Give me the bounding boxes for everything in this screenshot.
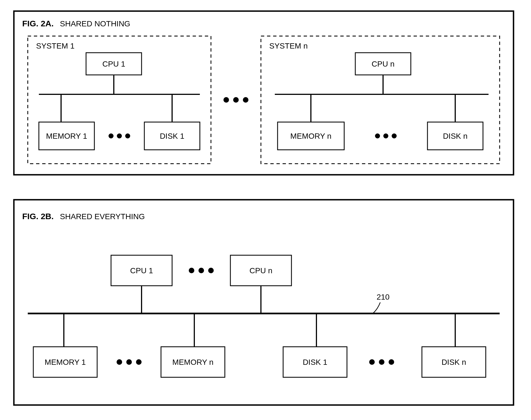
svg-point-0 [109,133,114,138]
system-n: SYSTEM n CPU n MEMORY n DISK n [261,36,500,164]
bus-ref-label: 210 [377,293,390,301]
system-1-disk-label: DISK 1 [160,132,185,140]
system-1-memory-label: MEMORY 1 [46,132,87,140]
system-n-label: SYSTEM n [269,42,308,50]
svg-point-3 [223,97,229,103]
fig-2a-ellipsis-icon [223,97,248,103]
svg-point-10 [198,268,204,273]
svg-point-6 [375,133,380,138]
svg-point-14 [136,359,142,365]
svg-point-2 [125,133,130,138]
fig-2b-caption: FIG. 2B. SHARED EVERYTHING [22,212,145,221]
system-n-cpu-label: CPU n [372,60,394,68]
disk-n-label: DISK n [442,358,466,366]
svg-point-8 [392,133,397,138]
diagram-root: FIG. 2A. SHARED NOTHING SYSTEM 1 CPU 1 M… [0,0,531,420]
svg-point-7 [383,133,388,138]
system-n-disk-label: DISK n [443,132,468,140]
cpu-ellipsis-icon [189,268,214,273]
system-1-cpu-label: CPU 1 [102,60,125,68]
svg-point-16 [379,359,384,365]
svg-point-12 [117,359,122,365]
system-1-ellipsis-icon [109,133,130,138]
disk-ellipsis-icon [369,359,394,365]
fig-2b-title: SHARED EVERYTHING [60,212,145,221]
fig-2b-id: FIG. 2B. [22,212,54,221]
memory-n-label: MEMORY n [172,358,213,366]
system-n-memory-label: MEMORY n [290,132,331,140]
svg-point-13 [126,359,132,365]
disk-1-label: DISK 1 [303,358,328,366]
svg-point-9 [189,268,194,273]
memory-ellipsis-icon [117,359,142,365]
fig-2a-id: FIG. 2A. [22,19,54,28]
system-1-label: SYSTEM 1 [36,42,74,50]
cpu-n-label: CPU n [250,266,272,275]
svg-point-15 [369,359,375,365]
svg-point-5 [243,97,248,103]
fig-2a: FIG. 2A. SHARED NOTHING SYSTEM 1 CPU 1 M… [14,11,514,175]
fig-2b: FIG. 2B. SHARED EVERYTHING CPU 1 CPU n 2… [14,200,514,405]
svg-point-1 [117,133,122,138]
fig-2a-caption: FIG. 2A. SHARED NOTHING [22,19,130,28]
svg-point-4 [233,97,239,103]
system-1: SYSTEM 1 CPU 1 MEMORY 1 DISK 1 [28,36,211,164]
fig-2a-title: SHARED NOTHING [60,19,130,28]
system-n-ellipsis-icon [375,133,397,138]
bus-ref-leader [373,302,380,313]
cpu-1-label: CPU 1 [130,266,153,275]
svg-point-11 [208,268,214,273]
memory-1-label: MEMORY 1 [45,358,86,366]
svg-point-17 [389,359,394,365]
